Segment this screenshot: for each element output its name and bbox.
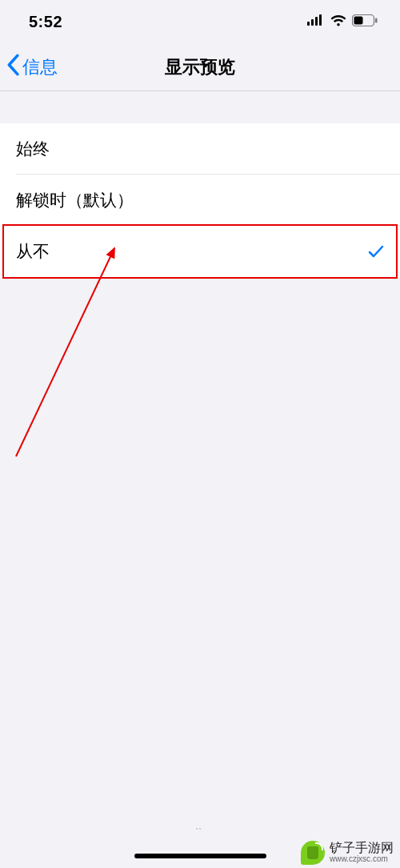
cellular-signal-icon: [307, 14, 325, 29]
svg-rect-1: [311, 19, 314, 26]
option-always[interactable]: 始终: [0, 123, 400, 175]
watermark-url: www.czjxsc.com: [330, 855, 394, 864]
watermark: 铲子手游网 www.czjxsc.com: [301, 841, 394, 865]
watermark-logo-icon: [301, 841, 325, 865]
page-title: 显示预览: [165, 55, 235, 79]
option-never[interactable]: 从不: [0, 226, 400, 277]
home-indicator[interactable]: [134, 854, 266, 858]
svg-rect-0: [307, 22, 310, 26]
svg-rect-2: [315, 17, 318, 26]
svg-rect-5: [354, 16, 363, 24]
nav-bar: 信息 显示预览: [0, 43, 400, 91]
back-label: 信息: [22, 55, 58, 79]
back-button[interactable]: 信息: [0, 54, 58, 81]
watermark-site-name: 铲子手游网: [330, 842, 394, 855]
svg-rect-3: [319, 14, 322, 26]
option-label: 始终: [16, 138, 50, 160]
wifi-icon: [330, 14, 347, 30]
option-when-unlocked[interactable]: 解锁时（默认）: [0, 175, 400, 226]
option-label: 从不: [16, 240, 50, 263]
status-time: 5:52: [29, 13, 62, 31]
preview-options-list: 始终 解锁时（默认） 从不: [0, 123, 400, 277]
status-bar: 5:52: [0, 0, 400, 43]
chevron-left-icon: [5, 54, 21, 81]
battery-icon: [352, 14, 378, 30]
checkmark-icon: [366, 242, 386, 261]
svg-line-8: [16, 248, 114, 456]
svg-rect-6: [375, 18, 378, 22]
status-icons: [307, 14, 378, 30]
section-spacer: [0, 91, 400, 123]
multitask-dots-icon: ⠤: [194, 820, 206, 833]
option-label: 解锁时（默认）: [16, 189, 134, 211]
